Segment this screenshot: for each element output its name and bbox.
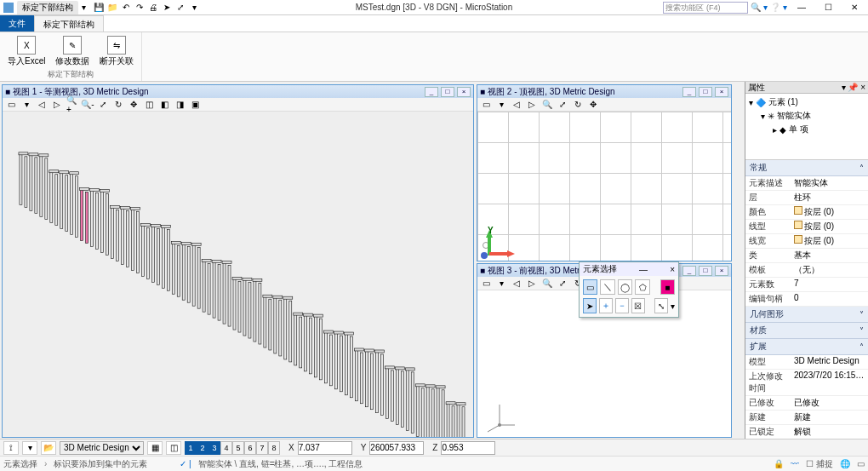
ribbon-search-input[interactable]: 搜索功能区 (F4) xyxy=(663,2,748,14)
view-next-icon[interactable]: ▷ xyxy=(50,99,64,111)
zoom-out-icon[interactable]: 🔍- xyxy=(81,99,94,111)
section-general[interactable]: 常规˄ xyxy=(745,160,868,176)
prop-row[interactable]: 类基本 xyxy=(745,249,868,263)
edit-data-button[interactable]: ✎ 修改数据 xyxy=(53,34,92,69)
toolbox-min-icon[interactable]: — xyxy=(639,265,648,274)
prop-row[interactable]: 颜色按层 (0) xyxy=(745,205,868,220)
prop-row[interactable]: 层柱环 xyxy=(745,191,868,205)
help-dropdown[interactable]: ▾ ❔ ▾ xyxy=(763,3,787,12)
prop-row[interactable]: 模板（无） xyxy=(745,263,868,278)
v2-zoomin-icon[interactable]: 🔍 xyxy=(540,99,554,111)
toolbox-close-icon[interactable]: × xyxy=(670,265,675,274)
prop-row[interactable]: 编辑句柄0 xyxy=(745,292,868,307)
prop-row[interactable]: 元素数7 xyxy=(745,278,868,292)
sb-snap-icon[interactable]: ⟟ xyxy=(3,441,19,455)
prop-row[interactable]: 模型3D Metric Design xyxy=(745,355,868,370)
v2-attr-icon[interactable]: ▭ xyxy=(479,99,493,111)
view-3-close-button[interactable]: × xyxy=(715,266,728,276)
sb-grid-icon[interactable]: ▦ xyxy=(147,441,163,455)
props-pin-icon[interactable]: ▾ 📌 × xyxy=(842,83,865,92)
search-icon[interactable]: 🔍 xyxy=(751,3,761,12)
mode-inv-icon[interactable]: ☒ xyxy=(631,298,645,313)
view-2-titlebar[interactable]: ■ 视图 2 - 顶视图, 3D Metric Design _ □ × xyxy=(477,85,731,98)
curve-icon[interactable]: 〰 xyxy=(791,459,799,468)
prop-row[interactable]: 已锁定解锁 xyxy=(745,425,868,439)
element-select-toolbox[interactable]: 元素选择 — × ▭ ＼ ◯ ⬠ ■ ➤ ＋ － ☒ ⤡ ▾ xyxy=(579,261,679,318)
prop-row[interactable]: 上次修改时间2023/7/20 16:15:24 xyxy=(745,370,868,396)
view-2-min-button[interactable]: _ xyxy=(682,87,696,97)
view-clip-icon[interactable]: ◫ xyxy=(142,99,156,111)
sel-line-icon[interactable]: ＼ xyxy=(600,279,614,295)
import-excel-button[interactable]: X 导入Excel xyxy=(5,34,48,69)
sel-color-icon[interactable]: ■ xyxy=(660,279,675,295)
y-input[interactable] xyxy=(369,441,424,455)
chevron-down-icon[interactable]: ˅ xyxy=(859,310,864,319)
view-2-max-button[interactable]: □ xyxy=(699,87,712,97)
v3-zoom-icon[interactable]: 🔍 xyxy=(540,278,554,290)
globe-icon[interactable]: 🌐 xyxy=(840,459,850,468)
collapse-icon[interactable]: ˄ xyxy=(859,342,864,352)
v3-fit-icon[interactable]: ⤢ xyxy=(556,278,569,290)
sel-poly-icon[interactable]: ⬠ xyxy=(635,279,649,295)
maximize-button[interactable]: ☐ xyxy=(816,1,840,14)
view-2-canvas[interactable]: Y xyxy=(477,112,731,261)
model-combo[interactable]: 3D Metric Design xyxy=(60,441,144,455)
chevron-down-icon[interactable]: ˅ xyxy=(859,326,864,336)
sel-circle-icon[interactable]: ◯ xyxy=(618,279,632,295)
view-3-min-button[interactable]: _ xyxy=(682,266,696,276)
rotate-view-icon[interactable]: ↻ xyxy=(111,99,125,111)
section-material[interactable]: 材质˅ xyxy=(745,323,868,339)
view-more1-icon[interactable]: ◧ xyxy=(157,99,171,111)
lock-icon[interactable]: 🔒 xyxy=(774,459,784,468)
view-btn-4[interactable]: 4 xyxy=(220,441,232,455)
qat-save-icon[interactable]: 💾 xyxy=(93,2,105,14)
disconnect-button[interactable]: ⇋ 断开关联 xyxy=(97,34,136,69)
tree-child-1[interactable]: ▾ ✳ 智能实体 xyxy=(749,109,865,123)
view-btn-1[interactable]: 1 xyxy=(185,441,197,455)
toolbox-title-bar[interactable]: 元素选择 — × xyxy=(580,262,678,276)
sb-more-icon[interactable]: ▭ xyxy=(857,459,865,468)
view-btn-5[interactable]: 5 xyxy=(232,441,244,455)
sel-rect-icon[interactable]: ▭ xyxy=(583,279,597,295)
fit-view-icon[interactable]: ⤢ xyxy=(96,99,110,111)
zoom-in-icon[interactable]: 🔍+ xyxy=(66,99,79,111)
v2-fit-icon[interactable]: ⤢ xyxy=(556,99,569,111)
view-more2-icon[interactable]: ◨ xyxy=(173,99,186,111)
view-more3-icon[interactable]: ▣ xyxy=(188,99,202,111)
sb-locks-icon[interactable]: ▾ xyxy=(22,441,37,455)
view-display-icon[interactable]: ▾ xyxy=(20,99,33,111)
qat-more-icon[interactable]: ▾ xyxy=(188,2,200,14)
mode-sub-icon[interactable]: － xyxy=(615,298,629,313)
view-3-max-button[interactable]: □ xyxy=(699,266,712,276)
view-1-min-button[interactable]: _ xyxy=(425,87,438,97)
qat-expand-icon[interactable]: ⤢ xyxy=(174,2,186,14)
prop-row[interactable]: 已修改已修改 xyxy=(745,396,868,411)
view-2-close-button[interactable]: × xyxy=(715,87,728,97)
properties-header[interactable]: 属性 ▾ 📌 × xyxy=(745,82,868,94)
active-ribbon-tab[interactable]: 标定下部结构 xyxy=(34,15,104,32)
section-extended[interactable]: 扩展˄ xyxy=(745,339,868,355)
close-button[interactable]: ✕ xyxy=(842,1,866,14)
v3-next-icon[interactable]: ▷ xyxy=(525,278,539,290)
mode-pick-icon[interactable]: ⤡ xyxy=(654,298,668,313)
qat-undo-icon[interactable]: ↶ xyxy=(120,2,132,14)
view-attr-icon[interactable]: ▭ xyxy=(4,99,18,111)
view-btn-8[interactable]: 8 xyxy=(268,441,280,455)
prop-row[interactable]: 元素描述智能实体 xyxy=(745,176,868,191)
view-btn-7[interactable]: 7 xyxy=(256,441,268,455)
prop-row[interactable]: 线型按层 (0) xyxy=(745,220,868,234)
view-1-max-button[interactable]: □ xyxy=(441,87,454,97)
properties-tree[interactable]: ▾ 🔷 元素 (1) ▾ ✳ 智能实体 ▸ ◆ 单 项 xyxy=(745,94,868,160)
view-btn-6[interactable]: 6 xyxy=(244,441,256,455)
v2-pan-icon[interactable]: ✥ xyxy=(586,99,600,111)
file-tab[interactable]: 文件 xyxy=(0,15,34,32)
v2-display-icon[interactable]: ▾ xyxy=(494,99,508,111)
qat-open-icon[interactable]: 📁 xyxy=(106,2,118,14)
tree-root[interactable]: ▾ 🔷 元素 (1) xyxy=(749,95,865,109)
view-prev-icon[interactable]: ◁ xyxy=(35,99,49,111)
pan-view-icon[interactable]: ✥ xyxy=(127,99,140,111)
tree-child-2[interactable]: ▸ ◆ 单 项 xyxy=(749,123,865,136)
collapse-icon[interactable]: ˄ xyxy=(859,164,864,173)
qat-print-icon[interactable]: 🖨 xyxy=(147,2,159,14)
view-1-close-button[interactable]: × xyxy=(457,87,471,97)
